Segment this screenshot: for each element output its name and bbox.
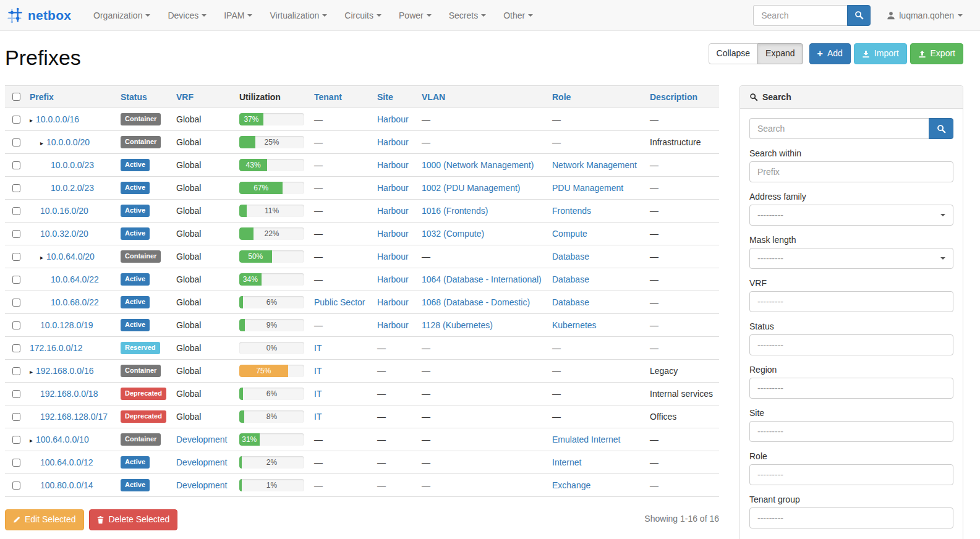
column-sort-link[interactable]: Description	[650, 92, 697, 102]
prefix-link[interactable]: 10.0.64.0/20	[46, 252, 95, 261]
filter-multiselect-vrf[interactable]: ---------	[749, 291, 953, 312]
row-checkbox[interactable]	[12, 276, 20, 284]
row-checkbox[interactable]	[12, 482, 20, 490]
prefix-link[interactable]: 172.16.0.0/12	[30, 343, 83, 353]
role-link[interactable]: Network Management	[552, 160, 637, 170]
nav-item-circuits[interactable]: Circuits	[336, 0, 390, 31]
site-link[interactable]: Harbour	[377, 183, 409, 193]
site-link[interactable]: Harbour	[377, 206, 409, 216]
select-all-checkbox[interactable]	[12, 93, 20, 101]
filter-search-input[interactable]	[749, 118, 929, 139]
navbar-search-input[interactable]	[753, 5, 847, 26]
prefix-link[interactable]: 10.0.64.0/22	[51, 274, 99, 284]
prefix-link[interactable]: 10.0.0.0/20	[46, 137, 90, 147]
row-checkbox[interactable]	[12, 230, 20, 238]
site-link[interactable]: Harbour	[377, 114, 409, 124]
user-menu[interactable]: luqman.qohen	[887, 11, 963, 20]
tenant-link[interactable]: Public Sector	[314, 297, 365, 307]
filter-select-mask-length[interactable]: ---------	[749, 248, 953, 269]
prefix-link[interactable]: 10.0.68.0/22	[51, 297, 99, 307]
row-checkbox[interactable]	[12, 321, 20, 329]
filter-multiselect-role[interactable]: ---------	[749, 464, 953, 485]
tenant-link[interactable]: IT	[314, 366, 322, 376]
site-link[interactable]: Harbour	[377, 297, 409, 307]
prefix-link[interactable]: 100.64.0.0/12	[40, 457, 93, 467]
prefix-link[interactable]: 192.168.0.0/16	[36, 366, 93, 376]
nav-item-organization[interactable]: Organization	[85, 0, 159, 31]
prefix-link[interactable]: 10.0.32.0/20	[40, 229, 88, 239]
row-checkbox[interactable]	[12, 390, 20, 398]
role-link[interactable]: Database	[552, 274, 589, 284]
vrf-link[interactable]: Development	[176, 435, 228, 444]
vlan-link[interactable]: 1064 (Database - International)	[422, 274, 542, 284]
prefix-link[interactable]: 10.0.0.0/23	[51, 160, 94, 170]
vlan-link[interactable]: 1016 (Frontends)	[422, 206, 488, 216]
role-link[interactable]: Internet	[552, 457, 581, 467]
column-sort-link[interactable]: VRF	[176, 92, 194, 102]
role-link[interactable]: Kubernetes	[552, 320, 597, 330]
column-sort-link[interactable]: Prefix	[30, 92, 54, 102]
vrf-link[interactable]: Development	[176, 480, 228, 490]
column-sort-link[interactable]: Tenant	[314, 92, 342, 102]
nav-item-power[interactable]: Power	[390, 0, 440, 31]
nav-item-other[interactable]: Other	[495, 0, 542, 31]
prefix-link[interactable]: 192.168.0.0/18	[40, 389, 98, 399]
filter-select-address-family[interactable]: ---------	[749, 205, 953, 226]
prefix-link[interactable]: 10.0.128.0/19	[40, 320, 93, 330]
row-checkbox[interactable]	[12, 436, 20, 444]
row-checkbox[interactable]	[12, 184, 20, 192]
expand-button[interactable]: Expand	[757, 43, 803, 64]
prefix-link[interactable]: 100.64.0.0/10	[36, 435, 89, 444]
filter-input-search-within[interactable]	[749, 161, 953, 182]
role-link[interactable]: Compute	[552, 229, 587, 239]
add-button[interactable]: + Add	[809, 43, 851, 64]
site-link[interactable]: Harbour	[377, 252, 409, 261]
row-checkbox[interactable]	[12, 344, 20, 352]
row-checkbox[interactable]	[12, 161, 20, 169]
prefix-link[interactable]: 100.80.0.0/14	[40, 480, 93, 490]
site-link[interactable]: Harbour	[377, 320, 409, 330]
site-link[interactable]: Harbour	[377, 274, 409, 284]
collapse-button[interactable]: Collapse	[709, 43, 758, 64]
site-link[interactable]: Harbour	[377, 160, 409, 170]
edit-selected-button[interactable]: Edit Selected	[5, 509, 84, 530]
filter-multiselect-status[interactable]: ---------	[749, 334, 953, 355]
role-link[interactable]: PDU Management	[552, 183, 623, 193]
vlan-link[interactable]: 1068 (Database - Domestic)	[422, 297, 530, 307]
role-link[interactable]: Emulated Internet	[552, 435, 621, 444]
site-link[interactable]: Harbour	[377, 229, 409, 239]
column-sort-link[interactable]: Role	[552, 92, 571, 102]
site-link[interactable]: Harbour	[377, 137, 409, 147]
tenant-link[interactable]: IT	[314, 389, 322, 399]
filter-multiselect-tenant-group[interactable]: ---------	[749, 507, 953, 528]
row-checkbox[interactable]	[12, 207, 20, 215]
export-button[interactable]: Export	[910, 43, 963, 64]
row-checkbox[interactable]	[12, 116, 20, 124]
nav-item-devices[interactable]: Devices	[159, 0, 215, 31]
role-link[interactable]: Database	[552, 297, 589, 307]
prefix-link[interactable]: 10.0.16.0/20	[40, 206, 88, 216]
tenant-link[interactable]: IT	[314, 412, 322, 422]
role-link[interactable]: Frontends	[552, 206, 591, 216]
role-link[interactable]: Database	[552, 252, 589, 261]
row-checkbox[interactable]	[12, 253, 20, 261]
column-sort-link[interactable]: VLAN	[422, 92, 445, 102]
vlan-link[interactable]: 1002 (PDU Management)	[422, 183, 521, 193]
vlan-link[interactable]: 1032 (Compute)	[422, 229, 484, 239]
row-checkbox[interactable]	[12, 299, 20, 307]
filter-multiselect-site[interactable]: ---------	[749, 421, 953, 442]
column-sort-link[interactable]: Status	[121, 92, 147, 102]
filter-multiselect-region[interactable]: ---------	[749, 378, 953, 399]
filter-search-button[interactable]	[929, 118, 953, 139]
navbar-search-button[interactable]	[847, 5, 871, 26]
prefix-link[interactable]: 192.168.128.0/17	[40, 412, 108, 422]
row-checkbox[interactable]	[12, 413, 20, 421]
tenant-link[interactable]: IT	[314, 343, 322, 353]
nav-item-ipam[interactable]: IPAM	[215, 0, 261, 31]
nav-item-secrets[interactable]: Secrets	[440, 0, 495, 31]
delete-selected-button[interactable]: Delete Selected	[89, 509, 177, 530]
nav-item-virtualization[interactable]: Virtualization	[261, 0, 336, 31]
column-sort-link[interactable]: Site	[377, 92, 393, 102]
row-checkbox[interactable]	[12, 367, 20, 375]
row-checkbox[interactable]	[12, 138, 20, 146]
